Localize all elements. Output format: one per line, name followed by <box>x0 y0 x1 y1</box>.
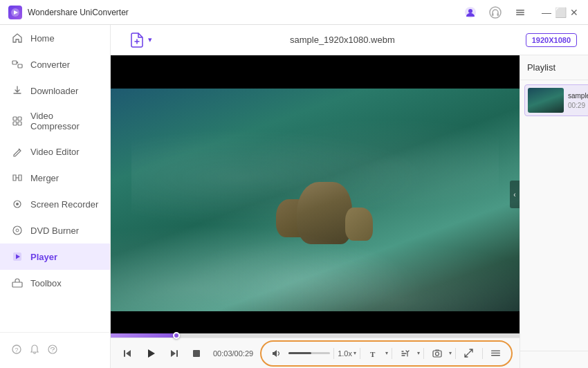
volume-icon-btn[interactable] <box>267 344 286 363</box>
skip-back-btn[interactable] <box>118 344 137 363</box>
titlebar-right: — ⬜ ✕ <box>461 3 580 22</box>
maximize-btn[interactable]: ⬜ <box>555 7 566 18</box>
app-icon <box>8 6 22 19</box>
sidebar-bottom: ? <box>0 332 110 368</box>
sidebar-item-converter[interactable]: Converter <box>0 51 110 77</box>
sidebar-item-video-compressor[interactable]: Video Compressor <box>0 104 110 138</box>
file-title: sample_1920x1080.webm <box>165 35 520 45</box>
merger-icon <box>11 172 24 184</box>
svg-rect-15 <box>18 122 21 125</box>
headset-icon-btn[interactable] <box>486 3 505 22</box>
svg-rect-7 <box>516 10 524 11</box>
playlist-footer: 1 item(s) <box>520 351 588 368</box>
progress-fill <box>111 333 176 338</box>
more-menu-btn[interactable] <box>486 344 506 363</box>
sidebar-label-dvd-burner: DVD Burner <box>30 226 79 236</box>
controls-bar: 00:03/00:29 <box>111 338 520 368</box>
dvd-burner-icon <box>11 224 24 237</box>
sidebar-label-downloader: Downloader <box>30 86 78 96</box>
speed-control[interactable]: 1.0x ▾ <box>338 349 356 358</box>
expand-btn[interactable] <box>459 344 479 363</box>
add-file-chevron: ▾ <box>148 35 152 44</box>
sidebar-item-screen-recorder[interactable]: Screen Recorder <box>0 191 110 217</box>
svg-point-18 <box>13 226 21 234</box>
video-container[interactable]: ‹ <box>111 55 520 333</box>
sidebar-item-toolbox[interactable]: Toolbox <box>0 270 110 296</box>
sidebar-item-home[interactable]: Home <box>0 25 110 51</box>
svg-point-26 <box>52 351 53 351</box>
content-area: ▾ sample_1920x1080.webm 1920X1080 <box>111 25 588 368</box>
subtitle-chevron-icon: ▾ <box>385 350 388 356</box>
playlist-item-duration: 00:29 <box>568 102 588 109</box>
sidebar-label-merger: Merger <box>30 173 59 183</box>
svg-rect-38 <box>491 355 500 356</box>
sidebar-label-player: Player <box>30 252 57 262</box>
black-bar-bottom <box>111 311 520 333</box>
volume-track <box>288 352 330 354</box>
svg-point-25 <box>48 345 57 353</box>
ocean-bg <box>111 89 520 311</box>
svg-marker-29 <box>148 349 155 358</box>
collapse-panel-btn[interactable]: ‹ <box>510 181 520 208</box>
home-icon <box>11 32 24 44</box>
titlebar-left: Wondershare UniConverter <box>8 6 129 19</box>
divider-3 <box>392 348 392 359</box>
svg-rect-11 <box>18 64 22 68</box>
speed-chevron-icon: ▾ <box>353 350 356 356</box>
screenshot-chevron-icon: ▾ <box>449 350 452 356</box>
help-icon: ? <box>11 344 22 357</box>
thumb-inner <box>528 88 564 113</box>
sidebar-item-merger[interactable]: Merger <box>0 165 110 191</box>
divider-4 <box>423 348 424 359</box>
converter-icon <box>11 58 24 71</box>
skip-forward-btn[interactable] <box>165 344 184 363</box>
svg-rect-13 <box>18 117 21 120</box>
audio-track-btn[interactable] <box>396 344 415 363</box>
playlist-items: sample_1920x1... 00:29 <box>520 80 588 351</box>
subtitle-btn[interactable]: T <box>364 344 383 363</box>
black-bar-top <box>111 55 520 89</box>
hamburger-icon-btn[interactable] <box>511 3 530 22</box>
play-btn[interactable] <box>140 342 162 365</box>
minimize-btn[interactable]: — <box>541 7 552 18</box>
main-layout: Home Converter Downloader <box>0 25 588 368</box>
sidebar-item-dvd-burner[interactable]: DVD Burner <box>0 217 110 243</box>
sidebar-help[interactable]: ? <box>0 338 110 362</box>
svg-rect-10 <box>12 61 17 64</box>
divider-6 <box>482 348 483 359</box>
sidebar-item-player[interactable]: Player <box>0 243 110 270</box>
add-file-btn[interactable]: ▾ <box>122 28 159 53</box>
divider-5 <box>455 348 456 359</box>
speed-label: 1.0x <box>338 349 352 358</box>
right-controls-group: 1.0x ▾ T ▾ <box>260 340 513 367</box>
playlist-item-info: sample_1920x1... 00:29 <box>568 88 588 113</box>
sidebar-item-downloader[interactable]: Downloader <box>0 77 110 104</box>
sidebar-label-screen-recorder: Screen Recorder <box>30 199 98 210</box>
playlist-thumbnail <box>528 88 564 113</box>
svg-rect-8 <box>516 12 524 13</box>
svg-text:T: T <box>370 350 376 358</box>
titlebar: Wondershare UniConverter <box>0 0 588 25</box>
playlist-item-name: sample_1920x1... <box>568 91 588 100</box>
player-area: ‹ <box>111 55 588 368</box>
svg-text:?: ? <box>15 347 18 353</box>
svg-point-19 <box>16 229 19 232</box>
stop-btn[interactable] <box>187 344 206 363</box>
screenshot-btn[interactable] <box>428 344 447 363</box>
svg-rect-32 <box>193 350 200 357</box>
svg-point-35 <box>435 352 439 356</box>
sidebar-label-converter: Converter <box>30 59 70 70</box>
volume-slider[interactable] <box>288 352 330 354</box>
divider-2 <box>360 348 360 359</box>
playlist-item[interactable]: sample_1920x1... 00:29 <box>524 84 588 116</box>
sidebar-item-video-editor[interactable]: Video Editor <box>0 138 110 165</box>
progress-bar[interactable] <box>111 333 520 338</box>
user-icon-btn[interactable] <box>461 3 480 22</box>
svg-rect-9 <box>516 14 524 15</box>
close-btn[interactable]: ✕ <box>569 7 580 18</box>
playlist-title: Playlist <box>527 62 555 73</box>
toolbox-icon <box>11 277 24 289</box>
window-controls: — ⬜ ✕ <box>541 7 580 18</box>
screen-recorder-icon <box>11 198 24 210</box>
svg-rect-14 <box>13 122 17 125</box>
